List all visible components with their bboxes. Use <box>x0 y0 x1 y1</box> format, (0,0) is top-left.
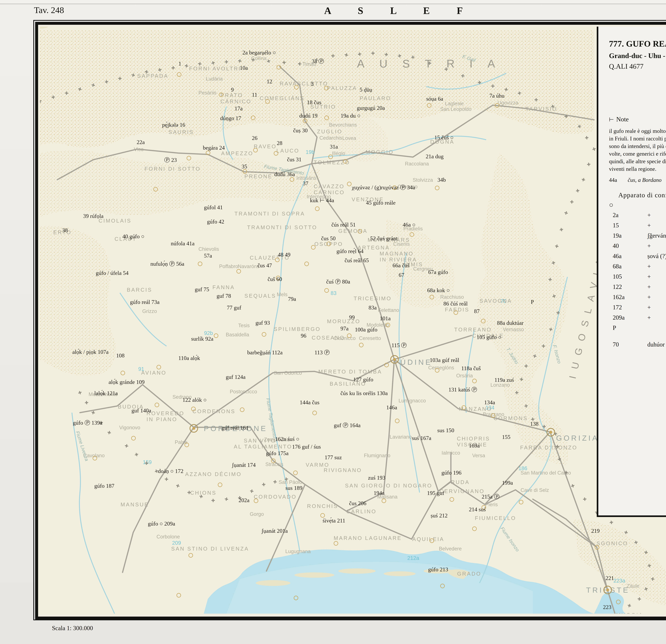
border-cross-icon: ✚ <box>637 596 642 602</box>
map-label: 88a duktúar <box>497 320 524 326</box>
place-name: MARANO LAGUNARE <box>334 535 402 541</box>
locality-dot <box>343 159 348 164</box>
map-label: 202a <box>239 497 249 503</box>
place-name: MORUZZO <box>327 318 361 324</box>
atlas-page: Tav. 248 A S L E F Carta 214 <box>0 0 666 644</box>
place-name: Ialmicco <box>441 450 460 456</box>
apparato-value: + <box>635 314 651 321</box>
apparato-id: ○ <box>609 201 632 209</box>
place-name: SGONICO <box>596 540 628 547</box>
locality-dot <box>236 269 241 273</box>
place-name: TORREANO <box>454 327 492 333</box>
place-name: CAVAZZO <box>314 183 345 190</box>
map-label: 96 <box>301 333 306 339</box>
border-cross-icon: ✚ <box>225 59 229 65</box>
map-label: lalọ́k 121a <box>94 390 118 396</box>
place-name: MERETO DI TOMBA <box>318 369 382 375</box>
reference-number: 92b <box>204 330 213 336</box>
scale-caption: Scala 1: 300.000 <box>52 625 93 632</box>
place-name: Raccolana <box>405 161 429 167</box>
border-cross-icon: ✚ <box>187 490 191 495</box>
locality-dot <box>327 242 331 246</box>
map-label: 12 <box>267 78 272 85</box>
place-name: Laglesie <box>445 101 464 107</box>
apparato-row: 122+ <box>609 282 666 292</box>
border-cross-icon: ✚ <box>331 53 335 59</box>
place-name: Vernasso <box>503 327 524 333</box>
locality-dot <box>294 85 299 89</box>
place-name: San Martino del Carso <box>521 470 571 476</box>
apparato-value: + <box>635 242 651 249</box>
place-name: GRADO <box>457 571 481 577</box>
atlas-title: A S L E F <box>324 5 475 16</box>
apparato-id: 172 <box>609 304 635 311</box>
map-label: čus 206 <box>349 500 366 506</box>
place-name: VARMO <box>306 462 330 468</box>
place-name: RONCHIS <box>307 503 338 509</box>
locality-dot <box>240 408 244 412</box>
map-label: 22a <box>137 139 145 145</box>
locality-dot <box>92 456 97 461</box>
reference-number: 83 <box>331 290 337 296</box>
locality-dot <box>253 148 258 153</box>
reference-number: 223a <box>613 578 625 584</box>
city-dot <box>603 586 612 594</box>
place-name: SAVOGNA <box>479 298 512 304</box>
locality-dot <box>265 99 270 104</box>
place-name: PRATO <box>221 92 243 98</box>
place-name: ZUGLIO <box>317 129 343 135</box>
border-cross-icon: ✚ <box>548 276 553 283</box>
border-cross-icon: ✚ <box>461 73 465 79</box>
map-label: sus 150 <box>437 427 454 433</box>
map-label: čuś reǎl 65 <box>345 257 369 264</box>
place-name: Lavariano <box>390 434 412 440</box>
place-name: AL TAGLIAMENTO <box>234 444 292 450</box>
map-label: surlík 92a <box>191 336 213 342</box>
locality-dot <box>187 156 191 160</box>
apparato-value: + <box>635 283 651 290</box>
border-cross-icon: ✚ <box>541 343 545 349</box>
place-name: CIMOLAIS <box>99 218 132 224</box>
place-name: ÚDINE <box>400 358 432 366</box>
border-cross-icon: ✚ <box>556 310 560 316</box>
map-label: 3 <box>311 81 314 87</box>
locality-dot <box>359 343 364 347</box>
place-name: Grizzo <box>142 308 157 314</box>
map-label: gúfo reál 73a <box>130 299 160 305</box>
locality-dot <box>382 499 386 503</box>
map-label: 10a <box>240 65 248 71</box>
map-label: 194a <box>374 490 385 496</box>
place-name: Orsária <box>456 373 473 379</box>
map-label: 67 <box>399 272 404 278</box>
map-label: zuś 193 <box>368 475 385 481</box>
place-name: San Leopoldo <box>440 106 472 112</box>
map-label: 113 Ⓟ <box>315 349 330 356</box>
apparato-row: 162a+ <box>609 292 666 302</box>
apparato-value: duhúor <box>635 341 665 348</box>
place-name: Felettano <box>378 307 399 313</box>
locality-dot <box>461 405 466 410</box>
locality-dot <box>312 411 317 415</box>
place-name: Ceresetto <box>359 336 381 341</box>
map-label: 1 <box>178 60 181 67</box>
locality-dot <box>315 207 319 211</box>
map-label: 195 guf <box>427 490 444 496</box>
place-name: Illégio <box>332 150 345 156</box>
locality-dot <box>325 115 329 120</box>
border-cross-icon: ✚ <box>444 66 448 72</box>
apparato-id: P <box>609 324 635 331</box>
map-label: guf Ⓟ 164a <box>334 422 361 429</box>
locality-dot <box>277 65 281 70</box>
place-name: CHIOPRIS <box>457 436 490 442</box>
locality-dot <box>121 371 125 375</box>
map-label: pę́jkələ 16 <box>162 122 185 128</box>
apparato-id: 15 <box>609 222 635 229</box>
map-label: kuk ⊢ 44a <box>310 197 334 203</box>
apparato-value: + <box>635 273 651 280</box>
place-name: FORNI AVOLTRI <box>189 66 241 72</box>
map-label: 2a begarụélo ○ <box>242 49 276 56</box>
map-label: Ⓟ 23 <box>164 156 177 164</box>
note-text: il gufo reale è oggi molto raroin Friuli… <box>609 127 666 173</box>
place-name: SAN STINO DI LIVENZA <box>171 546 249 552</box>
place-name: PREONE <box>244 174 273 179</box>
